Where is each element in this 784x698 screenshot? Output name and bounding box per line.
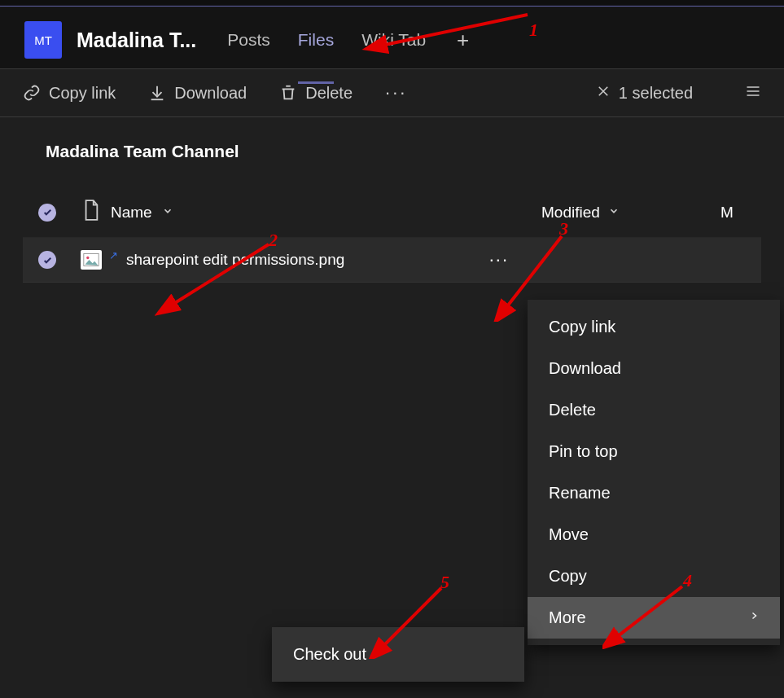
channel-header: MT Madalina T... Posts Files Wiki Tab + [0, 7, 784, 68]
svg-point-1 [86, 257, 89, 259]
row-checkbox[interactable] [38, 251, 56, 269]
menu-label: Pin to top [549, 442, 618, 461]
menu-copy[interactable]: Copy [528, 555, 780, 597]
channel-tabs: Posts Files Wiki Tab + [227, 28, 472, 53]
file-table-header: Name Modified M [23, 187, 761, 238]
column-header-name[interactable]: Name [111, 204, 541, 222]
annotation-number-4: 4 [683, 570, 692, 591]
file-type-icon-placeholder [82, 199, 100, 226]
column-header-modified[interactable]: Modified [541, 204, 720, 222]
copy-link-label: Copy link [49, 84, 116, 103]
row-more-actions-button[interactable]: ··· [481, 249, 517, 270]
menu-label: Copy link [549, 318, 615, 336]
tab-wiki[interactable]: Wiki Tab [361, 30, 426, 66]
download-button[interactable]: Download [148, 84, 247, 103]
file-name[interactable]: sharepoint edit permissions.png [126, 251, 344, 269]
add-tab-button[interactable]: + [453, 28, 472, 53]
chevron-down-icon [608, 205, 620, 219]
menu-label: Check out [293, 645, 366, 664]
copy-link-button[interactable]: Copy link [23, 84, 116, 103]
menu-label: Copy [549, 567, 587, 586]
chevron-right-icon [749, 609, 759, 626]
menu-move[interactable]: Move [528, 514, 780, 555]
download-label: Download [174, 84, 247, 103]
menu-label: More [549, 608, 586, 627]
menu-pin-to-top[interactable]: Pin to top [528, 431, 780, 472]
annotation-number-1: 1 [529, 20, 538, 41]
menu-label: Move [549, 525, 589, 544]
delete-label: Delete [305, 84, 353, 103]
menu-copy-link[interactable]: Copy link [528, 306, 780, 348]
tab-posts[interactable]: Posts [227, 30, 270, 66]
menu-more[interactable]: More [528, 597, 780, 639]
menu-label: Rename [549, 484, 611, 503]
toolbar-more-button[interactable]: ··· [385, 82, 407, 103]
team-avatar: MT [24, 21, 62, 59]
team-title: Madalina T... [77, 29, 196, 52]
annotation-number-3: 3 [559, 218, 568, 239]
menu-label: Delete [549, 401, 596, 419]
image-file-icon [81, 250, 102, 270]
toolbar-overflow-icon[interactable] [745, 83, 761, 103]
delete-icon [279, 84, 297, 102]
link-icon [23, 84, 41, 102]
column-name-label: Name [111, 204, 152, 222]
window-top-border [0, 0, 784, 7]
file-toolbar: Copy link Download Delete ··· 1 selected [0, 68, 784, 117]
close-icon[interactable] [596, 82, 611, 103]
menu-download[interactable]: Download [528, 348, 780, 389]
column-modified-label: Modified [541, 204, 600, 222]
selection-text: 1 selected [619, 84, 693, 103]
ellipsis-icon: ··· [385, 82, 407, 103]
table-row[interactable]: ↗ sharepoint edit permissions.png ··· [23, 238, 761, 283]
download-icon [148, 84, 166, 102]
tab-files[interactable]: Files [298, 30, 334, 66]
file-context-menu: Copy link Download Delete Pin to top Ren… [528, 300, 780, 645]
file-context-submenu: Check out [272, 627, 524, 682]
menu-label: Download [549, 359, 621, 378]
file-list-pane: Madalina Team Channel Name Modified M [0, 117, 784, 283]
select-all-checkbox[interactable] [38, 204, 56, 222]
annotation-number-2: 2 [269, 230, 278, 251]
submenu-check-out[interactable]: Check out [272, 632, 524, 677]
selection-indicator[interactable]: 1 selected [596, 82, 693, 103]
menu-delete[interactable]: Delete [528, 389, 780, 431]
channel-folder-title: Madalina Team Channel [46, 142, 761, 161]
delete-button[interactable]: Delete [279, 84, 353, 103]
annotation-number-5: 5 [440, 572, 449, 593]
column-header-modified-by[interactable]: M [720, 204, 761, 222]
share-indicator-icon: ↗ [109, 249, 118, 261]
chevron-down-icon [162, 205, 173, 219]
menu-rename[interactable]: Rename [528, 472, 780, 514]
